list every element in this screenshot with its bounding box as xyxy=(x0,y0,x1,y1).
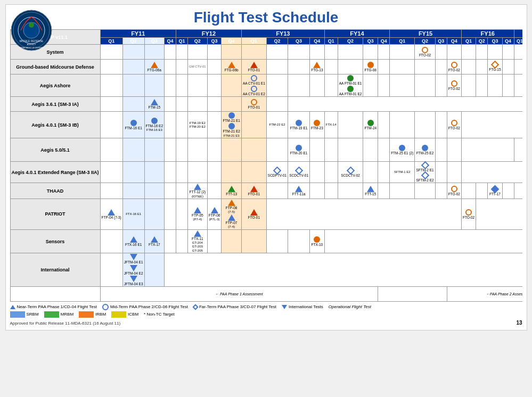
cell-sen-fy13q1 xyxy=(241,229,266,253)
cell-gmd-fy14q4 xyxy=(378,60,390,75)
cell-gmd-fy15q4: FTO-02 xyxy=(447,60,461,75)
cell-a501-fy12q4 xyxy=(222,138,242,162)
cell-er-fy11q2 xyxy=(122,162,144,183)
legend-tri-up: Near-Term PAA Phase 1/CD-04 Flight Test xyxy=(10,304,97,309)
cell-sen-fy12q2: FTX-11GT-204GT-203GT-205 xyxy=(188,229,208,253)
cell-a361-fy13q2 xyxy=(266,97,288,112)
cell-er-fy11q3 xyxy=(144,162,165,183)
cell-phase-2-label: ←PAA Phase 2 Assessment xyxy=(447,286,522,301)
cell-aa-fy13q4 xyxy=(310,75,325,97)
cell-gmd-fy14q3: FTG-08 xyxy=(363,60,378,75)
cell-a401-fy15q4: FTO-02 xyxy=(447,112,461,138)
cell-a361-fy11q1 xyxy=(100,97,122,112)
fy15-q1: Q1 xyxy=(390,38,415,45)
page-header: MISSILE DEFENSE AGENCY DEPARTMENT OF DEF… xyxy=(10,9,522,26)
cell-a501-fy11q3 xyxy=(144,138,165,162)
cell-a401-fy12q1 xyxy=(176,112,188,138)
cell-thaad-fy13q4 xyxy=(310,183,325,199)
cell-er-fy13q4 xyxy=(310,162,325,183)
cell-a501-fy14q3 xyxy=(363,138,378,162)
cell-gmd-fy15q2 xyxy=(415,60,435,75)
cell-a401-fy14q1: FTX-14 xyxy=(324,112,338,138)
cell-a501-fy11q4 xyxy=(165,138,176,162)
cell-int-fy11q2: JFTM-04 E1JFTM-04 E2JFTM-04 E3 xyxy=(122,253,144,286)
cell-a361-fy12q3 xyxy=(207,97,222,112)
cell-pat-rest xyxy=(476,199,522,229)
cell-gmd-fy14q1 xyxy=(324,60,338,75)
cell-a501-fy14q4 xyxy=(378,138,390,162)
cell-system-fy14q4 xyxy=(378,45,390,60)
cell-a501-fy12q3 xyxy=(207,138,222,162)
cell-thaad-fy14q2 xyxy=(338,183,363,199)
cell-sen-rest xyxy=(324,229,522,253)
cell-gmd-fy11q1 xyxy=(100,60,122,75)
cell-er-fy13q3: SCDCTV-01 xyxy=(288,162,310,183)
cell-thaad-fy13q2 xyxy=(266,183,288,199)
cell-aa-fy11q1 xyxy=(100,75,122,97)
cell-a501-fy17q1 xyxy=(514,138,522,162)
cell-a501-fy13q1 xyxy=(241,138,266,162)
cell-a401-fy14q2 xyxy=(338,112,363,138)
fy16-header: FY16 xyxy=(461,30,514,38)
row-aegis361: Aegis 3.6.1 (SM-3 IA) FTM-15 FTO-01 xyxy=(10,97,522,112)
cell-gmd-fy13q2 xyxy=(266,60,288,75)
cell-system-fy13q3 xyxy=(288,45,310,60)
fy13-q1: Q1 xyxy=(241,38,266,45)
cell-thaad-fy11q4 xyxy=(165,183,176,199)
cell-a501-fy13q2 xyxy=(266,138,288,162)
cell-system-fy12q3 xyxy=(207,45,222,60)
cell-thaad-fy17q1 xyxy=(514,183,522,199)
cell-a401-fy11q3: FTM-16 E2FTM-16 E3 xyxy=(144,112,165,138)
svg-text:DEPARTMENT OF DEFENSE: DEPARTMENT OF DEFENSE xyxy=(19,47,44,49)
fy11-header: FY11 xyxy=(100,30,176,38)
cell-er-fy15q3 xyxy=(435,162,447,183)
cell-aa-fy13q1: AA CTV-01 E1AA CTV-01 E2 xyxy=(241,75,266,97)
cell-aa-fy17q1 xyxy=(514,75,522,97)
cell-system-fy14q3 xyxy=(363,45,378,60)
cell-er-fy13q2: SCDPTV-01 xyxy=(266,162,288,183)
cell-int-fy11q3 xyxy=(144,253,165,286)
cell-gmd-fy12q1 xyxy=(176,60,188,75)
cell-aa-fy11q2 xyxy=(122,75,144,97)
row-aegis401ib: Aegis 4.0.1 (SM-3 IB) FTM-16 E1 FTM-16 E… xyxy=(10,112,522,138)
cell-thaad-fy15q2 xyxy=(415,183,435,199)
cell-int-fy11q1 xyxy=(100,253,122,286)
cell-gmd-fy11q2 xyxy=(122,60,144,75)
row-phase-labels: ← PAA Phase 1 Assessment ←PAA Phase 2 As… xyxy=(10,286,522,301)
legend-tri-down: International Tests xyxy=(282,304,323,309)
label-aegis401er: Aegis 4.0.1 Extended Range (SM-3 IIA) xyxy=(10,162,100,183)
cell-thaad-fy11q3 xyxy=(144,183,165,199)
cell-gmd-fy12q4: FTG-06b xyxy=(222,60,242,75)
fy12-q1: Q1 xyxy=(176,38,188,45)
fy15-q4: Q4 xyxy=(447,38,461,45)
cell-a401-fy15q1 xyxy=(390,112,415,138)
row-sensors: Sensors FTX-16 E1 FTX-17 FTX-11GT-204GT-… xyxy=(10,229,522,253)
fy14-q2: Q2 xyxy=(338,38,363,45)
label-sensors: Sensors xyxy=(10,229,100,253)
cell-aa-fy12q1 xyxy=(176,75,188,97)
cell-thaad-fy12q3 xyxy=(207,183,222,199)
cell-thaad-fy12q2: FTT-12 (2)(IOT&E) xyxy=(188,183,208,199)
cell-aa-fy16q3 xyxy=(488,75,502,97)
fy13-header: FY13 xyxy=(241,30,324,38)
fy11-q1: Q1 xyxy=(100,38,122,45)
cell-aa-fy15q2 xyxy=(415,75,435,97)
row-aegis401er: Aegis 4.0.1 Extended Range (SM-3 IIA) SC… xyxy=(10,162,522,183)
fy15-header: FY15 xyxy=(390,30,462,38)
cell-aa-fy14q4 xyxy=(378,75,390,97)
cell-a501-fy13q3: FTM-20 E1 xyxy=(288,138,310,162)
cell-system-fy16q3 xyxy=(488,45,502,60)
fy14-q4: Q4 xyxy=(378,38,390,45)
cell-pat-fy11q4 xyxy=(165,199,176,229)
cell-thaad-fy15q3 xyxy=(435,183,447,199)
cell-a501-fy15q2: FTM-25 E2 xyxy=(415,138,435,162)
cell-er-fy12q4 xyxy=(222,162,242,183)
cell-er-fy14q2: SCDCTV-02 xyxy=(338,162,363,183)
cell-thaad-fy12q1 xyxy=(176,183,188,199)
cell-system-fy17q1 xyxy=(514,45,522,60)
cell-a501-fy15q3 xyxy=(435,138,447,162)
cell-system-fy14q1 xyxy=(324,45,338,60)
fy16-q3: Q3 xyxy=(488,38,502,45)
cell-sen-fy12q3 xyxy=(207,229,222,253)
cell-int-rest xyxy=(165,253,522,286)
